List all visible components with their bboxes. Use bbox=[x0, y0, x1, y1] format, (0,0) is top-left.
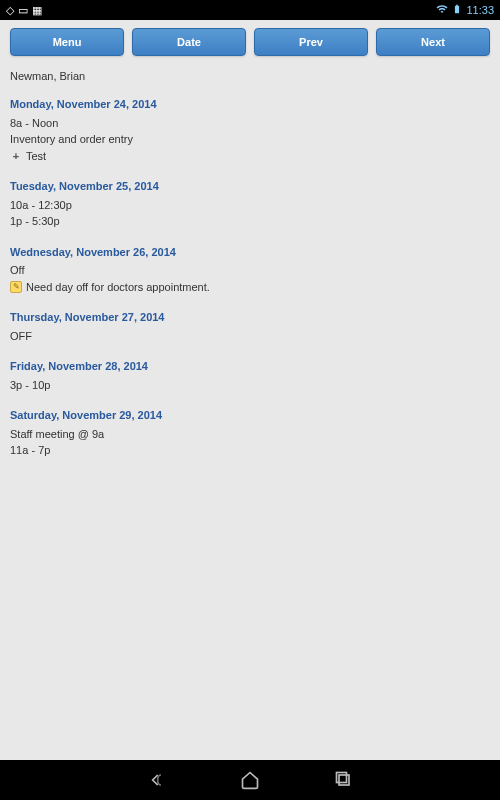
day-shift: 11a - 7p bbox=[10, 442, 490, 459]
day-note: Inventory and order entry bbox=[10, 131, 490, 148]
day-note-text: Need day off for doctors appointment. bbox=[26, 279, 210, 296]
schedule-day: Tuesday, November 25, 2014 10a - 12:30p … bbox=[10, 178, 490, 230]
day-header: Wednesday, November 26, 2014 bbox=[10, 244, 490, 261]
toolbar: Menu Date Prev Next bbox=[10, 28, 490, 56]
day-shift: Off bbox=[10, 262, 490, 279]
day-header: Monday, November 24, 2014 bbox=[10, 96, 490, 113]
day-extra: + Test bbox=[10, 148, 490, 165]
day-header: Saturday, November 29, 2014 bbox=[10, 407, 490, 424]
svg-rect-0 bbox=[339, 775, 349, 785]
status-bar: ◇ ▭ ▦ 11:33 bbox=[0, 0, 500, 20]
day-header: Tuesday, November 25, 2014 bbox=[10, 178, 490, 195]
day-note: ✎ Need day off for doctors appointment. bbox=[10, 279, 490, 296]
status-right: 11:33 bbox=[436, 2, 494, 18]
plus-icon: + bbox=[10, 150, 22, 162]
note-icon: ✎ bbox=[10, 281, 22, 293]
menu-button[interactable]: Menu bbox=[10, 28, 124, 56]
schedule-day: Monday, November 24, 2014 8a - Noon Inve… bbox=[10, 96, 490, 164]
prev-button[interactable]: Prev bbox=[254, 28, 368, 56]
date-button[interactable]: Date bbox=[132, 28, 246, 56]
debug-icon: ▦ bbox=[32, 4, 42, 17]
day-extra-text: Test bbox=[26, 148, 46, 165]
image-icon: ▭ bbox=[18, 4, 28, 17]
day-shift: 3p - 10p bbox=[10, 377, 490, 394]
day-shift: 1p - 5:30p bbox=[10, 213, 490, 230]
battery-icon bbox=[452, 2, 462, 18]
next-button[interactable]: Next bbox=[376, 28, 490, 56]
day-shift: 8a - Noon bbox=[10, 115, 490, 132]
status-left: ◇ ▭ ▦ bbox=[6, 4, 42, 17]
day-header: Thursday, November 27, 2014 bbox=[10, 309, 490, 326]
schedule-day: Wednesday, November 26, 2014 Off ✎ Need … bbox=[10, 244, 490, 296]
schedule-day: Friday, November 28, 2014 3p - 10p bbox=[10, 358, 490, 393]
app-content: Menu Date Prev Next Newman, Brian Monday… bbox=[0, 20, 500, 760]
back-icon[interactable] bbox=[144, 768, 168, 792]
wifi-icon bbox=[436, 3, 448, 17]
nav-bar bbox=[0, 760, 500, 800]
recent-apps-icon[interactable] bbox=[332, 768, 356, 792]
day-header: Friday, November 28, 2014 bbox=[10, 358, 490, 375]
home-icon[interactable] bbox=[238, 768, 262, 792]
user-name: Newman, Brian bbox=[10, 70, 490, 82]
sync-icon: ◇ bbox=[6, 4, 14, 17]
svg-rect-1 bbox=[337, 773, 347, 783]
clock-time: 11:33 bbox=[466, 4, 494, 16]
day-note: Staff meeting @ 9a bbox=[10, 426, 490, 443]
day-shift: 10a - 12:30p bbox=[10, 197, 490, 214]
schedule-day: Thursday, November 27, 2014 OFF bbox=[10, 309, 490, 344]
day-shift: OFF bbox=[10, 328, 490, 345]
schedule-day: Saturday, November 29, 2014 Staff meetin… bbox=[10, 407, 490, 459]
